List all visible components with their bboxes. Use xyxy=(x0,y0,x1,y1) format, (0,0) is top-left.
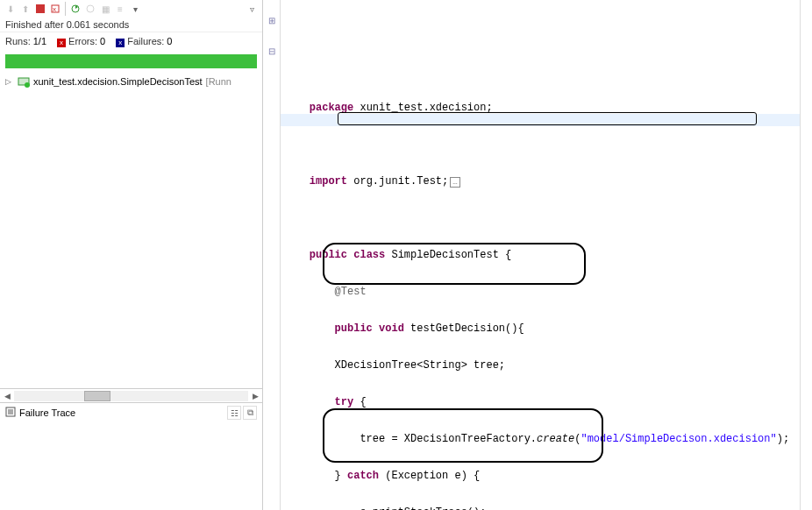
create-call: create xyxy=(537,433,574,445)
current-line-highlight xyxy=(281,114,800,126)
kw-try: try xyxy=(335,396,354,408)
printstack: e.printStackTrace(); xyxy=(284,506,486,510)
junit-panel: ⬇ ⬆ x ▦ ≡ ▾ ▿ Finished after 0.061 secon… xyxy=(0,0,263,510)
kw-public: public xyxy=(310,249,347,261)
kw-import: import xyxy=(310,175,347,188)
filter-stack-icon[interactable]: ☷ xyxy=(227,406,241,420)
compare-icon[interactable]: ⧉ xyxy=(243,406,257,420)
annotation-test: @Test xyxy=(335,286,367,298)
kw-void: void xyxy=(379,322,404,335)
scroll-left-icon[interactable]: ◀ xyxy=(0,392,14,400)
class-name: SimpleDecisonTest { xyxy=(385,249,511,261)
scroll-thumb[interactable] xyxy=(84,391,110,401)
overview-ruler[interactable] xyxy=(800,0,812,510)
junit-toolbar: ⬇ ⬆ x ▦ ≡ ▾ ▿ xyxy=(0,0,262,18)
rerun-failed-icon[interactable] xyxy=(83,2,97,16)
svg-point-4 xyxy=(87,5,94,12)
svg-rect-0 xyxy=(36,4,45,13)
imp-name: org.junit.Test; xyxy=(347,175,448,188)
error-icon: x xyxy=(57,39,66,47)
relaunch-icon[interactable]: x xyxy=(48,2,62,16)
marker-ruler: ⊞ ⊟ xyxy=(263,0,281,510)
kw-package: package xyxy=(310,102,353,114)
next-failure-icon[interactable]: ⬇ xyxy=(4,2,18,16)
expand-icon[interactable]: ▷ xyxy=(5,77,14,86)
rerun-icon[interactable] xyxy=(68,2,82,16)
folded-imports-icon[interactable]: … xyxy=(450,177,459,188)
code-editor[interactable]: package xunit_test.xdecision; import org… xyxy=(281,0,800,510)
kw-public2: public xyxy=(335,322,373,335)
svg-point-6 xyxy=(25,82,30,88)
show-failures-icon[interactable]: ▦ xyxy=(98,2,112,16)
failure-trace-area xyxy=(0,422,262,510)
model-path: "model/SimpleDecison.xdecision" xyxy=(581,433,776,445)
collapse-class-icon[interactable]: ⊟ xyxy=(268,46,275,56)
progress-container xyxy=(0,51,262,72)
horizontal-scrollbar[interactable]: ◀ ▶ xyxy=(0,388,262,402)
stats-bar: Runs:1/1 xErrors:0 xFailures:0 xyxy=(0,32,262,51)
assign-pre: tree = XDecisionTreeFactory. xyxy=(284,433,537,445)
test-suite-icon xyxy=(18,75,30,88)
pkg-name: xunit_test.xdecision; xyxy=(353,102,492,114)
scroll-right-icon[interactable]: ▶ xyxy=(248,392,262,400)
test-item-runner: [Runn xyxy=(206,76,231,87)
progress-bar xyxy=(5,54,257,68)
catch-rest: (Exception e) { xyxy=(379,470,480,482)
lock-scroll-icon[interactable]: ≡ xyxy=(113,2,127,16)
test-tree[interactable]: ▷ xunit_test.xdecision.SimpleDecisonTest… xyxy=(0,72,262,389)
test-tree-item[interactable]: ▷ xunit_test.xdecision.SimpleDecisonTest… xyxy=(5,75,257,88)
prev-failure-icon[interactable]: ⬆ xyxy=(18,2,32,16)
assign-post: ); xyxy=(777,433,789,445)
failure-trace-label: Failure Trace xyxy=(19,407,75,418)
status-text: Finished after 0.061 seconds xyxy=(0,18,262,32)
tree-decl: XDecisionTree<String> tree; xyxy=(284,359,505,372)
stop-icon[interactable] xyxy=(33,2,47,16)
method-sig: testGetDecision(){ xyxy=(404,322,524,335)
test-item-label: xunit_test.xdecision.SimpleDecisonTest xyxy=(33,76,203,87)
kw-class: class xyxy=(353,249,385,261)
failure-trace-icon xyxy=(5,407,16,419)
failures-value: 0 xyxy=(167,36,172,46)
failures-label: Failures: xyxy=(127,36,164,46)
failure-trace-header: Failure Trace ☷ ⧉ xyxy=(0,402,262,422)
scroll-track[interactable] xyxy=(14,391,248,401)
try-brace: { xyxy=(353,396,366,408)
catch-pre: } xyxy=(284,470,347,482)
runs-value: 1/1 xyxy=(33,36,46,46)
history-dropdown-icon[interactable]: ▾ xyxy=(128,2,142,16)
runs-label: Runs: xyxy=(5,36,31,46)
failure-icon: x xyxy=(116,39,125,47)
errors-label: Errors: xyxy=(68,36,97,46)
menu-dropdown-icon[interactable]: ▿ xyxy=(245,2,259,16)
errors-value: 0 xyxy=(100,36,105,46)
svg-text:x: x xyxy=(53,5,56,13)
kw-catch: catch xyxy=(347,470,379,482)
expand-import-icon[interactable]: ⊞ xyxy=(268,16,275,25)
editor-panel: ⊞ ⊟ package xunit_test.xdecision; import… xyxy=(263,0,812,510)
